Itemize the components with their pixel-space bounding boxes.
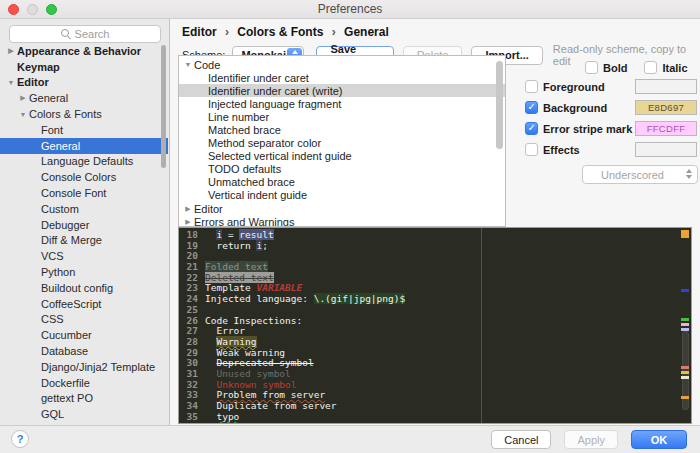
help-button[interactable]: ? (11, 430, 29, 448)
side-item-cucumber[interactable]: Cucumber (0, 327, 168, 343)
side-item-css[interactable]: CSS (0, 312, 168, 328)
side-item-debugger[interactable]: Debugger (0, 217, 168, 233)
error-stripe-cream[interactable] (681, 376, 689, 379)
error-stripe-lavender[interactable] (681, 328, 689, 331)
background-checkbox[interactable] (525, 101, 538, 114)
opt-item-label: Editor (194, 203, 223, 215)
preview-line-35[interactable]: 35 typo (179, 412, 677, 423)
side-item-gettext-po[interactable]: gettext PO (0, 391, 168, 407)
chevron-updown-icon (686, 169, 692, 179)
side-item-label: VCS (41, 250, 64, 262)
side-item-console-font[interactable]: Console Font (0, 185, 168, 201)
opt-item-injected-language-fragment[interactable]: Injected language fragment (179, 97, 505, 110)
breadcrumb-separator: › (332, 25, 336, 39)
search-input[interactable]: Search (9, 25, 161, 43)
side-item-general[interactable]: General (0, 138, 168, 154)
sidebar-scrollbar[interactable] (161, 45, 166, 168)
side-item-custom[interactable]: Custom (0, 201, 168, 217)
preview-line-25[interactable]: 25 (179, 305, 677, 316)
effects-swatch[interactable] (635, 142, 697, 157)
side-item-buildout-config[interactable]: Buildout config (0, 280, 168, 296)
side-item-label: Dockerfile (41, 377, 90, 389)
side-item-label: Language Defaults (41, 155, 133, 167)
error-stripe-orange[interactable] (681, 396, 689, 399)
opt-item-identifier-under-caret-write[interactable]: Identifier under caret (write) (179, 84, 505, 97)
effect-type-select[interactable]: Underscored (582, 165, 698, 184)
side-item-colors-fonts[interactable]: ▼Colors & Fonts (0, 106, 168, 122)
error-stripe-blue[interactable] (681, 289, 689, 292)
opt-item-vertical-indent-guide[interactable]: Vertical indent guide (179, 189, 505, 202)
side-item-python[interactable]: Python (0, 264, 168, 280)
error-stripe-red[interactable] (681, 366, 689, 369)
opt-item-selected-vertical-indent-guide[interactable]: Selected vertical indent guide (179, 150, 505, 163)
chevron-down-icon: ▼ (5, 79, 17, 86)
side-item-font[interactable]: Font (0, 122, 168, 138)
side-item-editor[interactable]: ▼Editor (0, 75, 168, 91)
error-stripe-yellow[interactable] (681, 371, 689, 374)
side-item-label: Font (41, 124, 63, 136)
side-item-gql[interactable]: GQL (0, 406, 168, 422)
breadcrumb-editor[interactable]: Editor (182, 25, 217, 39)
side-item-keymap[interactable]: Keymap (0, 59, 168, 75)
preview-line-24[interactable]: 24Injected language: \.(gif|jpg|png)$ (179, 294, 677, 305)
breadcrumb-general[interactable]: General (344, 25, 389, 39)
foreground-checkbox[interactable] (525, 80, 538, 93)
chevron-right-icon: ▶ (17, 94, 29, 102)
token-unknown: Unknown symbol (216, 379, 296, 390)
color-options-tree: ▼CodeIdentifier under caretIdentifier un… (178, 55, 506, 227)
error-stripe-orange-top[interactable] (681, 230, 689, 238)
error-stripe-pink[interactable] (681, 323, 689, 326)
opt-item-todo-defaults[interactable]: TODO defaults (179, 163, 505, 176)
side-item-coffeescript[interactable]: CoffeeScript (0, 296, 168, 312)
opt-item-identifier-under-caret[interactable]: Identifier under caret (179, 71, 505, 84)
side-item-language-defaults[interactable]: Language Defaults (0, 154, 168, 170)
opt-item-code[interactable]: ▼Code (179, 58, 505, 71)
preview-line-19[interactable]: 19 return i; (179, 241, 677, 252)
opt-item-editor[interactable]: ▶Editor (179, 202, 505, 215)
opt-item-method-separator-color[interactable]: Method separator color (179, 137, 505, 150)
side-item-vcs[interactable]: VCS (0, 248, 168, 264)
side-item-django-jinja2-template[interactable]: Django/Jinja2 Template (0, 359, 168, 375)
side-item-dockerfile[interactable]: Dockerfile (0, 375, 168, 391)
error-stripe-green[interactable] (681, 318, 689, 321)
preview-line-26[interactable]: 26Code Inspections: (179, 316, 677, 327)
cancel-button[interactable]: Cancel (491, 430, 551, 449)
attr-row-effects: Effects (506, 143, 700, 157)
attr-row-error-stripe-mark: Error stripe markFFCDFF (506, 122, 700, 136)
token-folded: Folded text (205, 261, 268, 272)
opt-item-matched-brace[interactable]: Matched brace (179, 123, 505, 136)
side-item-diff-merge[interactable]: Diff & Merge (0, 233, 168, 249)
side-item-console-colors[interactable]: Console Colors (0, 169, 168, 185)
opt-item-errors-and-warnings[interactable]: ▶Errors and Warnings (179, 215, 505, 227)
effects-checkbox[interactable] (525, 143, 538, 156)
dialog-footer: ? Cancel Apply OK (0, 425, 700, 453)
background-swatch[interactable]: E8D697 (635, 100, 697, 115)
side-item-label: General (29, 92, 68, 104)
opt-item-label: Identifier under caret (write) (208, 85, 343, 97)
opt-item-unmatched-brace[interactable]: Unmatched brace (179, 176, 505, 189)
side-item-label: CoffeeScript (41, 298, 101, 310)
side-item-appearance-behavior[interactable]: ▶Appearance & Behavior (0, 43, 168, 59)
breadcrumb-colors-fonts[interactable]: Colors & Fonts (237, 25, 323, 39)
chevron-right-icon: ▶ (182, 205, 194, 213)
error-stripe-mark-swatch[interactable]: FFCDFF (635, 121, 697, 136)
side-item-general[interactable]: ▶General (0, 90, 168, 106)
italic-checkbox[interactable] (644, 61, 657, 74)
side-item-label: Python (41, 266, 75, 278)
preview-line-28[interactable]: 28 Warning (179, 337, 677, 348)
bold-checkbox[interactable] (585, 61, 598, 74)
preview-line-34[interactable]: 34 Duplicate from server (179, 401, 677, 412)
side-item-database[interactable]: Database (0, 343, 168, 359)
foreground-swatch[interactable] (635, 79, 697, 94)
options-scrollbar[interactable] (496, 61, 503, 149)
preview-lines: 18 i = result19 return i;2021Folded text… (179, 230, 677, 422)
opt-item-line-number[interactable]: Line number (179, 110, 505, 123)
side-item-label: Console Font (41, 187, 106, 199)
preferences-dialog: Preferences Search ▶Appearance & Behavio… (0, 0, 700, 453)
attr-row-foreground: Foreground (506, 80, 700, 94)
ok-button[interactable]: OK (631, 430, 687, 449)
token-deleted: Deleted text (205, 272, 274, 283)
error-stripe-mark-checkbox[interactable] (525, 122, 538, 135)
side-item-label: Diff & Merge (41, 234, 102, 246)
apply-button[interactable]: Apply (564, 430, 618, 449)
